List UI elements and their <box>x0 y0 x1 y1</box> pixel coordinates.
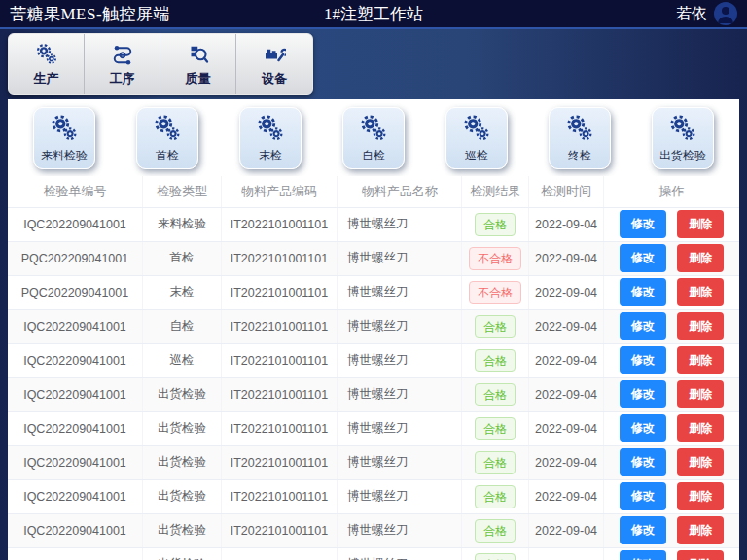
gears-icon <box>565 108 594 148</box>
inspection-type-cell: 出货检验 <box>142 377 221 411</box>
actions-cell: 修改 删除 <box>603 445 739 479</box>
actions-cell: 修改 删除 <box>603 411 739 445</box>
edit-button[interactable]: 修改 <box>620 312 666 340</box>
inspection-id-cell: IQC202209041001 <box>8 343 142 377</box>
inspection-button-label: 终检 <box>568 148 591 164</box>
material-name-cell: 博世螺丝刀 <box>338 275 462 309</box>
inspection-button[interactable]: 出货检验 <box>652 107 714 169</box>
actions-cell: 修改 删除 <box>603 479 739 513</box>
material-name-cell: 博世螺丝刀 <box>338 241 462 275</box>
result-badge: 不合格 <box>469 281 521 304</box>
nav-quality-button[interactable]: 质量 <box>160 34 236 94</box>
material-code-cell: IT2022101001101 <box>221 445 337 479</box>
edit-button[interactable]: 修改 <box>620 380 666 408</box>
material-code-cell: IT2022101001101 <box>221 241 337 275</box>
col-header-material-code: 物料产品编码 <box>221 176 337 207</box>
nav-label: 工序 <box>110 70 135 88</box>
inspection-date-cell: 2022-09-04 <box>529 377 604 411</box>
inspection-id-cell: IQC202209041001 <box>8 445 142 479</box>
edit-button[interactable]: 修改 <box>620 550 666 560</box>
inspection-button[interactable]: 巡检 <box>445 107 508 169</box>
edit-button[interactable]: 修改 <box>620 448 666 476</box>
delete-button[interactable]: 删除 <box>677 312 724 340</box>
inspection-button-label: 首检 <box>156 148 179 164</box>
delete-button[interactable]: 删除 <box>677 210 724 238</box>
nav-label: 设备 <box>262 70 287 88</box>
delete-button[interactable]: 删除 <box>677 448 724 476</box>
delete-button[interactable]: 删除 <box>677 244 724 272</box>
edit-button[interactable]: 修改 <box>620 278 666 306</box>
result-cell: 合格 <box>462 343 529 377</box>
user-menu[interactable]: 若依 <box>676 2 737 25</box>
material-code-cell: IT2022101001101 <box>221 377 337 411</box>
delete-button[interactable]: 删除 <box>677 414 724 442</box>
result-cell: 合格 <box>462 479 529 513</box>
material-name-cell: 博世螺丝刀 <box>338 547 462 560</box>
inspection-type-cell: 出货检验 <box>142 479 221 513</box>
actions-cell: 修改 删除 <box>603 377 739 411</box>
inspection-id-cell: PQC202209041001 <box>8 241 142 275</box>
col-header-inspection-type: 检验类型 <box>142 176 221 207</box>
nav-production-button[interactable]: 生产 <box>9 34 85 94</box>
material-code-cell: IT2022101001101 <box>221 513 337 547</box>
inspection-date-cell: 2022-09-04 <box>529 241 604 275</box>
inspection-type-cell: 出货检验 <box>142 547 221 560</box>
nav-button-group: 生产 工序 <box>8 33 313 95</box>
nav-strip: 生产 工序 <box>0 29 747 99</box>
inspection-button[interactable]: 末检 <box>239 107 302 169</box>
inspection-button-label: 巡检 <box>465 148 488 164</box>
inspection-id-cell: IQC202209041001 <box>8 207 142 241</box>
table-row: IQC202209041001 自检 IT2022101001101 博世螺丝刀… <box>8 309 739 343</box>
inspection-type-cell: 出货检验 <box>142 513 221 547</box>
gears-icon <box>35 42 58 67</box>
inspection-id-cell: IQC202209041001 <box>8 513 142 547</box>
result-cell: 合格 <box>462 207 529 241</box>
actions-cell: 修改 删除 <box>603 241 739 275</box>
gears-icon <box>668 108 697 148</box>
material-name-cell: 博世螺丝刀 <box>338 309 462 343</box>
inspection-type-cell: 末检 <box>142 275 221 309</box>
result-badge: 不合格 <box>469 247 521 270</box>
delete-button[interactable]: 删除 <box>677 278 724 306</box>
edit-button[interactable]: 修改 <box>620 414 666 442</box>
edit-button[interactable]: 修改 <box>620 210 666 238</box>
user-avatar-icon[interactable] <box>714 2 737 25</box>
delete-button[interactable]: 删除 <box>677 346 724 374</box>
nav-process-button[interactable]: 工序 <box>85 34 160 94</box>
nav-label: 质量 <box>186 70 211 88</box>
inspection-id-cell: IQC202209041001 <box>8 547 142 560</box>
inspection-id-cell: IQC202209041001 <box>8 479 142 513</box>
actions-cell: 修改 删除 <box>603 275 739 309</box>
inspection-button[interactable]: 来料检验 <box>33 107 95 169</box>
inspection-date-cell: 2022-09-04 <box>529 309 604 343</box>
table-row: IQC202209041001 出货检验 IT2022101001101 博世螺… <box>8 377 739 411</box>
delete-button[interactable]: 删除 <box>677 516 724 544</box>
edit-button[interactable]: 修改 <box>620 244 666 272</box>
edit-button[interactable]: 修改 <box>620 346 666 374</box>
col-header-result: 检测结果 <box>462 176 529 207</box>
inspection-date-cell: 2022-09-04 <box>529 513 604 547</box>
nav-equipment-button[interactable]: 设备 <box>236 34 312 94</box>
inspection-type-cell: 自检 <box>142 309 221 343</box>
inspection-type-cell: 出货检验 <box>142 445 221 479</box>
quality-search-icon <box>187 42 210 67</box>
result-badge: 合格 <box>475 451 516 474</box>
inspection-button[interactable]: 终检 <box>549 107 611 169</box>
actions-cell: 修改 删除 <box>603 513 739 547</box>
delete-button[interactable]: 删除 <box>677 482 724 510</box>
inspection-button-label: 来料检验 <box>41 148 88 164</box>
material-code-cell: IT2022101001101 <box>221 275 337 309</box>
result-cell: 合格 <box>462 377 529 411</box>
edit-button[interactable]: 修改 <box>620 516 666 544</box>
inspection-buttons-row: 来料检验 首检 <box>8 99 739 176</box>
inspection-button[interactable]: 首检 <box>136 107 198 169</box>
table-row: IQC202209041001 出货检验 IT2022101001101 博世螺… <box>8 411 739 445</box>
result-badge: 合格 <box>475 417 516 440</box>
result-cell: 合格 <box>462 309 529 343</box>
delete-button[interactable]: 删除 <box>677 380 724 408</box>
edit-button[interactable]: 修改 <box>620 482 666 510</box>
delete-button[interactable]: 删除 <box>677 550 724 560</box>
gears-icon <box>50 108 79 148</box>
inspection-button[interactable]: 自检 <box>342 107 405 169</box>
gears-icon <box>462 108 491 148</box>
